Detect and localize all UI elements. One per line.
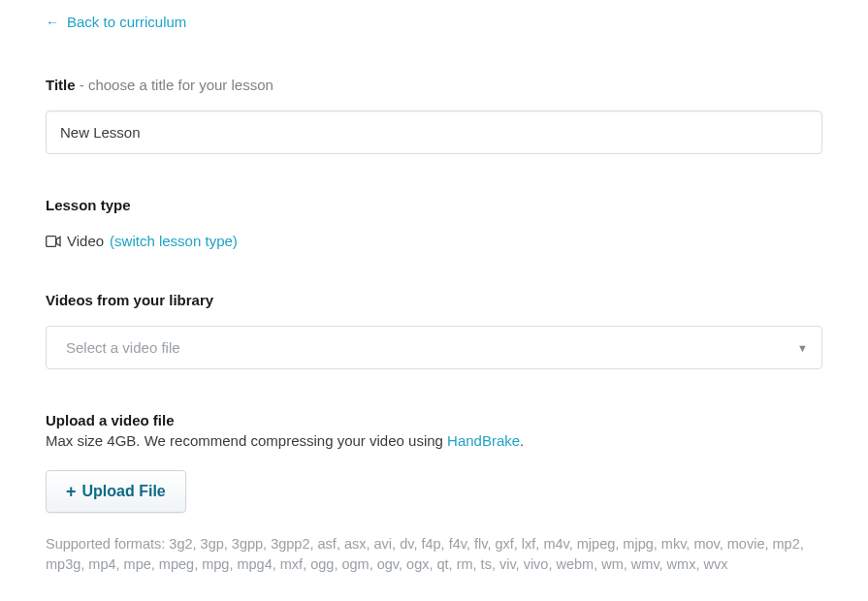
title-label: Title bbox=[46, 77, 76, 93]
switch-lesson-type-link[interactable]: (switch lesson type) bbox=[110, 233, 238, 249]
title-sublabel: - choose a title for your lesson bbox=[76, 77, 273, 93]
library-label: Videos from your library bbox=[46, 292, 213, 308]
chevron-down-icon: ▼ bbox=[797, 342, 808, 354]
back-to-curriculum-link[interactable]: ← Back to curriculum bbox=[46, 14, 186, 30]
lesson-type-label: Lesson type bbox=[46, 197, 131, 213]
svg-rect-0 bbox=[47, 236, 56, 246]
title-section: Title - choose a title for your lesson bbox=[46, 77, 822, 154]
lesson-type-text: Video bbox=[67, 233, 104, 249]
plus-icon: + bbox=[66, 483, 77, 500]
arrow-left-icon: ← bbox=[46, 15, 59, 30]
upload-label: Upload a video file bbox=[46, 412, 822, 428]
video-select-wrapper: Select a video file ▼ bbox=[46, 326, 822, 369]
lesson-type-section: Lesson type Video (switch lesson type) bbox=[46, 197, 822, 249]
video-select[interactable]: Select a video file ▼ bbox=[46, 326, 822, 369]
supported-formats: Supported formats: 3g2, 3gp, 3gpp, 3gpp2… bbox=[46, 534, 822, 575]
lesson-title-input[interactable] bbox=[46, 111, 822, 154]
upload-section: Upload a video file Max size 4GB. We rec… bbox=[46, 412, 822, 575]
handbrake-link[interactable]: HandBrake bbox=[447, 432, 520, 449]
back-link-label: Back to curriculum bbox=[67, 14, 186, 30]
library-label-row: Videos from your library bbox=[46, 292, 822, 308]
upload-hint: Max size 4GB. We recommend compressing y… bbox=[46, 432, 822, 449]
upload-hint-suffix: . bbox=[520, 432, 524, 449]
video-icon bbox=[46, 236, 61, 247]
upload-file-button[interactable]: + Upload File bbox=[46, 470, 186, 513]
lesson-type-row: Video (switch lesson type) bbox=[46, 233, 822, 249]
library-section: Videos from your library Select a video … bbox=[46, 292, 822, 369]
title-label-row: Title - choose a title for your lesson bbox=[46, 77, 822, 93]
video-select-placeholder: Select a video file bbox=[66, 339, 180, 356]
lesson-type-label-row: Lesson type bbox=[46, 197, 822, 213]
upload-hint-prefix: Max size 4GB. We recommend compressing y… bbox=[46, 432, 447, 449]
upload-button-label: Upload File bbox=[82, 483, 166, 500]
